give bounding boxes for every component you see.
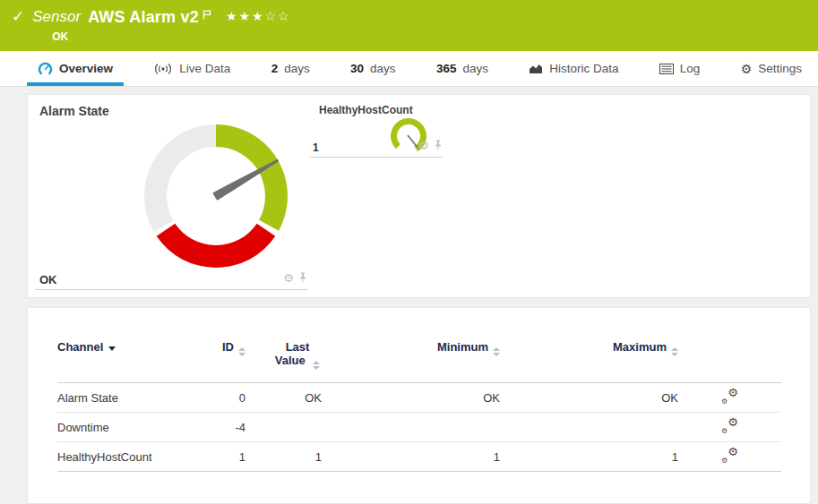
- tab-2-days-number: 2: [271, 62, 279, 75]
- column-header-last-value[interactable]: Last Value: [245, 340, 322, 383]
- cell-id: 1: [187, 442, 245, 472]
- cell-maximum: 1: [500, 442, 678, 472]
- tab-365-days[interactable]: 365 days: [426, 51, 499, 86]
- historic-data-icon: [529, 63, 543, 74]
- tab-30-days[interactable]: 30 days: [340, 51, 407, 86]
- column-header-last-value-label: Last Value: [275, 340, 310, 367]
- alarm-state-gauge-footer: OK ⚙: [35, 269, 307, 290]
- tab-bar: Overview Live Data 2 days 30 days 365 da…: [0, 51, 818, 87]
- cell-channel[interactable]: Alarm State: [57, 383, 187, 413]
- healthy-host-count-gauge-value: 1: [310, 141, 319, 154]
- column-header-minimum[interactable]: Minimum: [322, 340, 500, 383]
- tab-365-days-label: days: [462, 62, 488, 75]
- channel-settings-gears-icon[interactable]: ⚙⚙: [721, 418, 738, 433]
- sensor-title-block: Sensor AWS Alarm v2 ★★★☆☆ OK: [32, 7, 290, 43]
- sort-descending-icon[interactable]: [108, 346, 116, 351]
- sensor-status-text: OK: [52, 30, 290, 43]
- alarm-state-gauge-title: Alarm State: [39, 104, 109, 118]
- sensor-title: AWS Alarm v2: [88, 7, 199, 27]
- tab-overview-label: Overview: [59, 62, 113, 75]
- gauges-panel: Alarm State OK ⚙ HealthyHostCount 1: [27, 94, 811, 298]
- tab-2-days-label: days: [284, 62, 310, 75]
- pin-icon[interactable]: [298, 270, 307, 286]
- sort-icon[interactable]: [671, 347, 678, 356]
- log-icon: [659, 64, 674, 74]
- gauge-segment-red: [157, 224, 276, 268]
- column-header-maximum[interactable]: Maximum: [500, 340, 678, 383]
- channels-table: Channel ID Last Value Minimum Maximum: [57, 340, 781, 472]
- gauge-icon: [38, 62, 53, 76]
- cell-last-value: 1: [245, 442, 322, 472]
- tab-30-days-label: days: [370, 62, 396, 75]
- tab-overview[interactable]: Overview: [27, 51, 124, 86]
- live-data-icon: [153, 63, 173, 75]
- gauge-segment-gray: [144, 124, 216, 232]
- table-header-row: Channel ID Last Value Minimum Maximum: [57, 340, 781, 383]
- tab-historic-data[interactable]: Historic Data: [518, 51, 629, 86]
- settings-gear-icon: ⚙: [741, 62, 753, 76]
- sort-icon[interactable]: [238, 347, 245, 356]
- sensor-kind-label: Sensor: [32, 7, 81, 27]
- status-check-icon: ✓: [12, 7, 24, 27]
- column-header-actions: [678, 340, 781, 383]
- tab-live-data-label: Live Data: [179, 62, 230, 75]
- table-row-healthy-host-count[interactable]: HealthyHostCount 1 1 1 1 ⚙⚙: [57, 442, 781, 472]
- tab-2-days[interactable]: 2 days: [261, 51, 321, 86]
- table-row-alarm-state[interactable]: Alarm State 0 OK OK OK ⚙⚙: [57, 383, 781, 413]
- sort-icon[interactable]: [493, 347, 500, 356]
- column-header-channel[interactable]: Channel: [57, 340, 187, 383]
- channels-panel: Channel ID Last Value Minimum Maximum: [27, 307, 811, 504]
- cell-minimum: [322, 413, 500, 442]
- pin-icon[interactable]: [434, 138, 443, 154]
- cell-id: 0: [187, 383, 245, 413]
- column-header-maximum-label: Maximum: [613, 340, 667, 354]
- content-area: Alarm State OK ⚙ HealthyHostCount 1: [0, 87, 818, 504]
- tab-historic-data-label: Historic Data: [549, 62, 618, 75]
- flag-icon[interactable]: [202, 5, 211, 25]
- sensor-status-header: ✓ Sensor AWS Alarm v2 ★★★☆☆ OK: [0, 0, 818, 51]
- table-row-downtime[interactable]: Downtime -4 ⚙⚙: [57, 413, 781, 442]
- alarm-state-gauge: [144, 124, 288, 268]
- cell-channel[interactable]: Downtime: [57, 413, 187, 442]
- cell-last-value: [245, 413, 322, 442]
- gauge-settings-gear-icon[interactable]: ⚙: [418, 141, 429, 151]
- cell-last-value: OK: [245, 383, 322, 413]
- channel-settings-gears-icon[interactable]: ⚙⚙: [721, 389, 738, 404]
- cell-channel[interactable]: HealthyHostCount: [57, 442, 187, 472]
- column-header-channel-label: Channel: [57, 340, 103, 354]
- tab-365-days-number: 365: [436, 62, 457, 75]
- gauge-settings-gear-icon[interactable]: ⚙: [283, 273, 294, 284]
- cell-id: -4: [187, 413, 245, 442]
- cell-minimum: 1: [322, 442, 500, 472]
- sort-icon[interactable]: [313, 361, 320, 370]
- healthy-host-count-gauge-footer: 1 ⚙: [310, 134, 443, 158]
- cell-maximum: OK: [500, 383, 678, 413]
- channel-settings-gears-icon[interactable]: ⚙⚙: [721, 448, 738, 463]
- tab-live-data[interactable]: Live Data: [142, 51, 241, 86]
- tab-log-label: Log: [680, 62, 701, 75]
- column-header-minimum-label: Minimum: [437, 340, 488, 354]
- cell-maximum: [500, 413, 678, 442]
- tab-settings-label: Settings: [758, 62, 802, 75]
- tab-settings[interactable]: ⚙ Settings: [730, 51, 813, 86]
- cell-minimum: OK: [322, 383, 500, 413]
- tab-log[interactable]: Log: [649, 51, 711, 86]
- alarm-state-gauge-value: OK: [35, 273, 57, 286]
- column-header-id[interactable]: ID: [187, 340, 245, 383]
- priority-stars[interactable]: ★★★☆☆: [226, 7, 291, 25]
- column-header-id-label: ID: [222, 340, 234, 354]
- tab-30-days-number: 30: [350, 62, 364, 75]
